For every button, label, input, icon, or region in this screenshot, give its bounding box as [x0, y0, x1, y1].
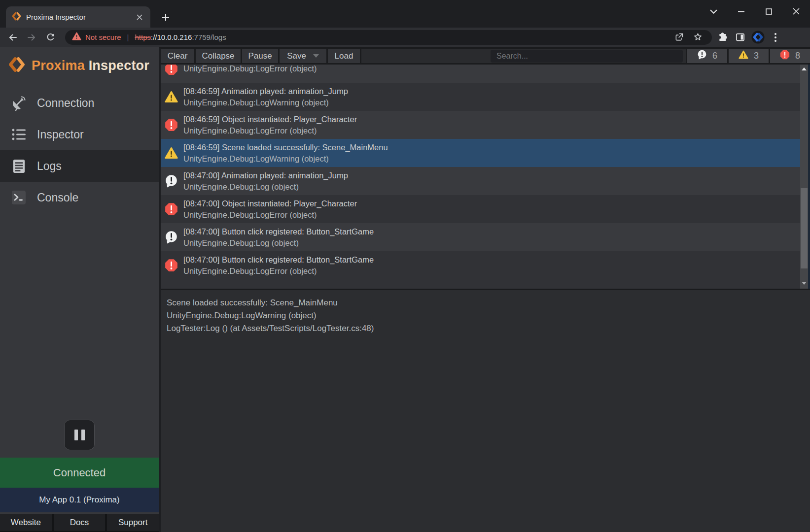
- sidebar-item-inspector[interactable]: Inspector: [0, 119, 159, 150]
- terminal-icon: [10, 190, 27, 205]
- address-bar: Not secure | https://10.0.0.216:7759/log…: [0, 28, 810, 47]
- document-lines-icon: [10, 159, 27, 173]
- log-detail-panel: Scene loaded successfully: Scene_MainMen…: [161, 289, 810, 532]
- error-count: 8: [795, 51, 800, 61]
- browser-tab[interactable]: Proxima Inspector: [6, 6, 150, 28]
- log-row[interactable]: UnityEngine.Debug:LogError (object): [161, 65, 810, 83]
- share-icon[interactable]: [671, 30, 686, 45]
- log-row[interactable]: [08:46:59] Animation played: animation_J…: [161, 83, 810, 111]
- tab-title: Proxima Inspector: [26, 13, 130, 21]
- connection-status-bar: Connected: [0, 458, 159, 488]
- warning-count: 3: [754, 51, 759, 61]
- detail-line: UnityEngine.Debug:LogWarning (object): [167, 309, 804, 322]
- log-scrollbar[interactable]: [800, 65, 808, 289]
- error-icon: [780, 50, 790, 62]
- sidebar-item-console[interactable]: Console: [0, 182, 159, 213]
- not-secure-warning-icon: [72, 32, 81, 42]
- error-icon: [164, 118, 178, 132]
- window-controls: [700, 0, 810, 23]
- proxima-logo-icon: [8, 57, 25, 74]
- sidebar-item-label: Connection: [37, 97, 94, 110]
- browser-window: Proxima Inspector: [0, 0, 810, 532]
- scrollbar-thumb[interactable]: [801, 188, 808, 268]
- logo-title: Proxima Inspector: [32, 58, 149, 73]
- footer-link-website[interactable]: Website: [0, 514, 52, 531]
- load-button[interactable]: Load: [328, 49, 361, 63]
- log-row[interactable]: [08:46:59] Object instantiated: Player_C…: [161, 111, 810, 139]
- reload-button[interactable]: [42, 30, 58, 45]
- browser-menu-icon[interactable]: [768, 30, 783, 45]
- profile-avatar[interactable]: [750, 30, 765, 45]
- detail-line: LogTester:Log () (at Assets/TestScripts/…: [167, 322, 804, 335]
- search-input[interactable]: [491, 50, 683, 63]
- clear-button[interactable]: Clear: [161, 49, 196, 63]
- sidebar-item-connection[interactable]: Connection: [0, 87, 159, 119]
- url-field[interactable]: Not secure | https://10.0.0.216:7759/log…: [65, 30, 712, 45]
- list-icon: [10, 128, 27, 141]
- sidebar-item-label: Inspector: [37, 128, 84, 141]
- pause-stream-button[interactable]: [64, 420, 95, 450]
- logs-page: Clear Collapse Pause Save Load 6: [159, 47, 810, 532]
- info-icon: [697, 50, 707, 62]
- sidebar-item-label: Console: [37, 191, 78, 204]
- forward-button[interactable]: [24, 30, 39, 45]
- window-edge-strip: [808, 65, 810, 289]
- save-dropdown-caret-icon[interactable]: [313, 54, 319, 58]
- log-list: UnityEngine.Debug:LogError (object) [08:…: [161, 65, 810, 289]
- scroll-up-arrow-icon[interactable]: [800, 67, 808, 70]
- extensions-puzzle-icon[interactable]: [715, 30, 730, 45]
- sidebar-item-label: Logs: [37, 160, 62, 173]
- warning-icon: [164, 91, 178, 103]
- info-count: 6: [712, 51, 717, 61]
- footer-link-docs[interactable]: Docs: [54, 514, 106, 531]
- info-icon: [164, 174, 178, 188]
- log-row[interactable]: [08:47:00] Animation played: animation_J…: [161, 167, 810, 195]
- warning-icon: [739, 50, 748, 62]
- browser-tab-bar: Proxima Inspector: [0, 0, 810, 28]
- scroll-down-arrow-icon[interactable]: [800, 282, 808, 285]
- sidebar-item-logs[interactable]: Logs: [0, 150, 159, 182]
- error-count-badge[interactable]: 8: [769, 49, 810, 63]
- url-text: https://10.0.0.216:7759/logs: [135, 33, 226, 41]
- new-tab-button[interactable]: [159, 10, 173, 24]
- pause-icon: [74, 430, 78, 440]
- close-window-button[interactable]: [782, 0, 810, 23]
- sidebar-nav: Connection Inspector: [0, 87, 159, 213]
- app-info-bar: My App 0.1 (Proxima): [0, 488, 159, 512]
- info-icon: [164, 231, 178, 244]
- sidebar: Proxima Inspector Connection: [0, 47, 159, 532]
- proxima-favicon-icon: [12, 12, 21, 23]
- sidebar-footer: Website Docs Support: [0, 514, 159, 531]
- bookmark-star-icon[interactable]: [690, 30, 705, 45]
- log-row-selected[interactable]: [08:46:59] Scene loaded successfully: Sc…: [161, 139, 810, 167]
- logs-toolbar: Clear Collapse Pause Save Load 6: [161, 49, 810, 65]
- maximize-button[interactable]: [755, 0, 782, 23]
- error-icon: [164, 202, 178, 216]
- pause-button[interactable]: Pause: [242, 49, 280, 63]
- back-button[interactable]: [5, 30, 21, 45]
- url-separator: |: [127, 33, 129, 41]
- log-row[interactable]: [08:47:00] Button click registered: Butt…: [161, 223, 810, 251]
- detail-line: Scene loaded successfully: Scene_MainMen…: [167, 297, 804, 309]
- tab-search-chevron-icon[interactable]: [700, 0, 727, 23]
- info-count-badge[interactable]: 6: [686, 49, 727, 63]
- collapse-button[interactable]: Collapse: [196, 49, 242, 63]
- proxima-logo: Proxima Inspector: [0, 47, 159, 80]
- tab-close-icon[interactable]: [135, 12, 144, 22]
- log-row[interactable]: [08:47:00] Object instantiated: Player_C…: [161, 195, 810, 223]
- error-icon: [164, 65, 178, 75]
- error-icon: [164, 259, 178, 272]
- log-row[interactable]: [08:47:00] Button click registered: Butt…: [161, 251, 810, 279]
- save-button[interactable]: Save: [280, 49, 328, 63]
- side-panel-icon[interactable]: [733, 30, 747, 45]
- minimize-button[interactable]: [727, 0, 755, 23]
- satellite-dish-icon: [10, 95, 27, 111]
- warning-count-badge[interactable]: 3: [727, 49, 769, 63]
- footer-link-support[interactable]: Support: [107, 514, 159, 531]
- not-secure-label: Not secure: [85, 33, 121, 41]
- warning-icon: [164, 147, 178, 159]
